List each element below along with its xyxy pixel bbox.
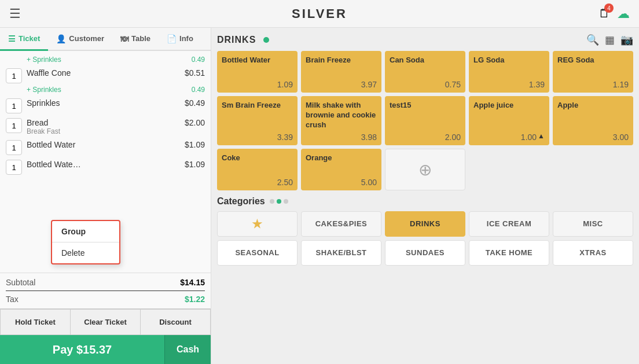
item-price: $0.49 [185, 98, 205, 108]
context-menu-group[interactable]: Group [52, 221, 119, 242]
cat-card[interactable]: CAKES&PIES [301, 211, 381, 237]
cat-dots [270, 199, 288, 204]
product-card[interactable]: Bottled Water 1.09 [217, 51, 298, 93]
cat-label: XTRAS [579, 248, 607, 257]
add-product-button[interactable]: ⊕ [385, 149, 465, 190]
modifier-name: + Sprinkles [27, 86, 61, 94]
product-card[interactable]: Apple 3.00 [553, 96, 633, 145]
cat-card-favorites[interactable]: ★ [217, 211, 298, 237]
action-buttons: Hold Ticket Clear Ticket Discount [0, 308, 211, 335]
subtotal-value: $14.15 [180, 278, 205, 287]
modifier-price: 0.49 [192, 86, 205, 94]
cat-card-takehome[interactable]: TAKE HOME [469, 240, 549, 266]
item-price: $1.09 [185, 140, 205, 149]
item-sub: Break Fast [27, 127, 185, 135]
product-card[interactable]: Apple juice 1.00 ▲ [469, 96, 549, 145]
tab-table[interactable]: 🍽 Table [112, 28, 159, 51]
cat-card-misc[interactable]: MISC [553, 211, 633, 237]
product-price: 1.09 [222, 80, 293, 89]
tab-customer-label: Customer [69, 34, 104, 43]
left-panel: ☰ Ticket 👤 Customer 🍽 Table 📄 Info + Spr… [0, 28, 211, 364]
cat-card-seasonal[interactable]: SEASONAL [217, 240, 298, 266]
section-dot [263, 37, 269, 43]
list-item[interactable]: 1 Bottled Wate… $1.09 [0, 157, 211, 177]
cloud-icon[interactable]: ☁ [617, 6, 630, 21]
product-card[interactable]: Brain Freeze 3.97 [301, 51, 381, 93]
cat-label: CAKES&PIES [315, 219, 368, 228]
cat-card-icecream[interactable]: ICE CREAM [469, 211, 549, 237]
item-qty: 1 [6, 118, 22, 133]
categories-grid-row2: SEASONAL SHAKE/BLST SUNDAES TAKE HOME XT… [217, 240, 633, 266]
barcode-icon[interactable]: ▦ [605, 34, 615, 46]
item-qty: 1 [6, 160, 22, 175]
product-price: 2.00 [390, 133, 461, 142]
product-price: 1.19 [557, 80, 629, 89]
product-name: Sm Brain Freeze [222, 101, 293, 111]
search-icon[interactable]: 🔍 [586, 34, 599, 46]
item-qty: 1 [6, 98, 22, 113]
star-icon: ★ [252, 217, 263, 231]
product-card[interactable]: LG Soda 1.39 [469, 51, 549, 93]
tax-value: $1.22 [185, 295, 205, 304]
price-with-arrow: 1.00 ▲ [473, 130, 545, 142]
list-item[interactable]: 1 Bread Break Fast $2.00 [0, 116, 211, 138]
discount-button[interactable]: Discount [140, 309, 211, 335]
product-name: Can Soda [390, 56, 461, 65]
item-name: Bottled Wate… [27, 160, 185, 169]
product-name: Apple juice [473, 101, 545, 111]
cat-card-drinks[interactable]: DRINKS [385, 211, 465, 237]
product-price: 5.00 [306, 178, 377, 187]
item-qty: 1 [6, 140, 22, 155]
item-price: $1.09 [185, 160, 205, 169]
drinks-section: DRINKS 🔍 ▦ 📷 Bottled Water 1.09 Brain Fr… [217, 34, 633, 190]
camera-icon[interactable]: 📷 [620, 34, 633, 46]
header: ☰ SILVER 🗒 4 ☁ [0, 0, 639, 28]
list-item[interactable]: 1 Waffle Cone $0.51 [0, 66, 211, 86]
product-card[interactable]: Sm Brain Freeze 3.39 [217, 96, 298, 145]
cash-button[interactable]: Cash [164, 335, 211, 364]
tab-customer[interactable]: 👤 Customer [48, 28, 112, 51]
clear-ticket-button[interactable]: Clear Ticket [70, 309, 140, 335]
cat-dot [270, 199, 274, 204]
cat-card-shake[interactable]: SHAKE/BLST [301, 240, 381, 266]
product-card[interactable]: Milk shake with brownie and cookie crush… [301, 96, 381, 145]
item-qty: 1 [6, 68, 22, 83]
pay-button[interactable]: Pay $15.37 [0, 335, 164, 364]
list-item[interactable]: 1 Bottled Water $1.09 [0, 138, 211, 157]
app-title: SILVER [292, 6, 347, 21]
tab-table-label: Table [131, 34, 150, 43]
categories-grid-row1: ★ CAKES&PIES DRINKS ICE CREAM MISC [217, 211, 633, 237]
order-modifier: + Sprinkles 0.49 [0, 86, 211, 96]
product-card[interactable]: Coke 2.50 [217, 149, 298, 190]
product-card[interactable]: Can Soda 0.75 [385, 51, 465, 93]
product-name: Apple [557, 101, 629, 111]
add-icon: ⊕ [418, 160, 432, 179]
cat-label: MISC [583, 219, 603, 228]
right-panel: DRINKS 🔍 ▦ 📷 Bottled Water 1.09 Brain Fr… [211, 28, 639, 364]
product-card[interactable]: test15 2.00 [385, 96, 465, 145]
menu-icon[interactable]: ☰ [9, 6, 21, 21]
tab-ticket[interactable]: ☰ Ticket [0, 28, 48, 51]
product-card[interactable]: Orange 5.00 [301, 149, 381, 190]
hold-ticket-button[interactable]: Hold Ticket [0, 309, 70, 335]
order-modifier-top: + Sprinkles 0.49 [0, 56, 211, 66]
product-card[interactable]: REG Soda 1.19 [553, 51, 633, 93]
modifier-price: 0.49 [192, 56, 205, 64]
context-menu-delete[interactable]: Delete [52, 242, 119, 263]
product-price: 3.97 [306, 80, 377, 89]
pay-row: Pay $15.37 Cash [0, 335, 211, 364]
tab-info-label: Info [179, 34, 193, 43]
product-name: LG Soda [473, 56, 545, 65]
item-price: $0.51 [185, 68, 205, 78]
list-item[interactable]: 1 Sprinkles $0.49 [0, 96, 211, 116]
cat-label: SUNDAES [406, 248, 445, 257]
totals-section: Subtotal $14.15 Tax $1.22 [0, 273, 211, 308]
context-menu: Group Delete [51, 220, 120, 264]
notification-badge: 4 [604, 3, 614, 13]
cat-card-sundaes[interactable]: SUNDAES [385, 240, 465, 266]
cat-card-xtras[interactable]: XTRAS [553, 240, 633, 266]
notifications-icon[interactable]: 🗒 4 [598, 7, 610, 20]
product-name: Coke [222, 153, 293, 163]
tab-info[interactable]: 📄 Info [159, 28, 201, 51]
product-grid: Bottled Water 1.09 Brain Freeze 3.97 Can… [217, 51, 633, 190]
